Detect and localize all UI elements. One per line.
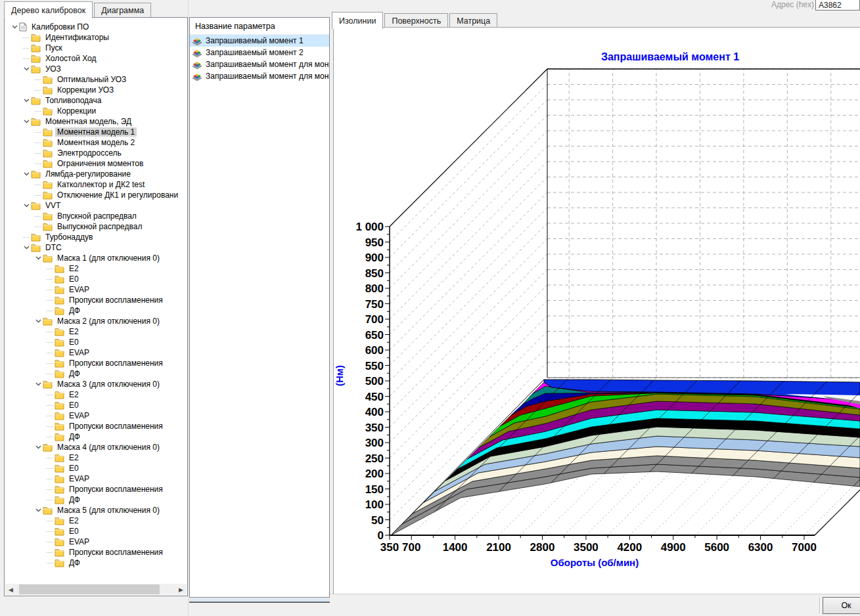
- tree-item[interactable]: Оптимальный УОЗ: [5, 74, 187, 85]
- scrollbar-thumb[interactable]: [19, 584, 160, 594]
- tree-item[interactable]: VVT: [5, 200, 187, 211]
- tree-item[interactable]: E2: [5, 389, 187, 400]
- parameter-label: Запрашиваемый момент для мони: [206, 60, 330, 69]
- tree-item-label: Пропуски воспламенения: [67, 548, 165, 557]
- folder-icon: [43, 380, 53, 389]
- tree-item[interactable]: ДФ: [5, 368, 187, 379]
- tree-item[interactable]: Маска 3 (для отключения 0): [5, 379, 187, 389]
- tree-item[interactable]: EVAP: [5, 284, 187, 295]
- tree-item-label: ДФ: [67, 558, 82, 567]
- folder-icon: [55, 464, 64, 473]
- tree-item[interactable]: Калибровки ПО: [5, 22, 187, 32]
- tree-item[interactable]: E0: [5, 400, 187, 410]
- expand-chevron-icon[interactable]: [35, 319, 41, 323]
- tree-item[interactable]: E0: [5, 526, 187, 537]
- folder-icon: [43, 506, 53, 515]
- tree-item[interactable]: Лямбда-регулирование: [5, 169, 187, 179]
- expand-chevron-icon[interactable]: [24, 99, 30, 102]
- tree-item[interactable]: E2: [5, 516, 187, 526]
- tab-tree[interactable]: Дерево калибровок: [4, 1, 93, 18]
- tree-item[interactable]: Впускной распредвал: [5, 211, 187, 221]
- tree-item[interactable]: Катколлектор и ДК2 test: [5, 179, 187, 190]
- x-axis-title: Обороты (об/мин): [551, 557, 639, 568]
- tree-guide-line: [47, 405, 53, 406]
- tree-item[interactable]: Моментная модель 2: [5, 137, 187, 148]
- expand-chevron-icon[interactable]: [35, 445, 41, 449]
- expand-chevron-icon[interactable]: [35, 256, 41, 260]
- expand-chevron-icon[interactable]: [24, 246, 30, 250]
- tree-item[interactable]: ДФ: [5, 558, 187, 568]
- folder-icon: [43, 212, 53, 221]
- calibration-tree[interactable]: Калибровки ПОИдентификаторыПускХолостой …: [4, 17, 188, 596]
- tree-item[interactable]: Пропуски воспламенения: [5, 547, 187, 558]
- expand-chevron-icon[interactable]: [12, 25, 18, 29]
- tree-item[interactable]: Выпускной распредвал: [5, 221, 187, 232]
- tree-item[interactable]: Холостой Ход: [5, 53, 187, 64]
- parameter-label: Запрашиваемый момент 2: [206, 48, 304, 57]
- tree-item[interactable]: Пропуски воспламенения: [5, 421, 187, 431]
- parameter-list-item[interactable]: Запрашиваемый момент 1: [190, 35, 329, 47]
- tree-item[interactable]: EVAP: [5, 537, 187, 547]
- tree-item[interactable]: Отключение ДК1 и регулировани: [5, 190, 187, 200]
- tree-item[interactable]: DTC: [5, 242, 187, 253]
- ok-button[interactable]: Ок: [823, 597, 860, 614]
- scroll-left-arrow[interactable]: ◀: [5, 584, 16, 595]
- expand-chevron-icon[interactable]: [24, 204, 30, 208]
- tab-diagram[interactable]: Диаграмма: [94, 3, 151, 18]
- tree-item[interactable]: УОЗ: [5, 64, 187, 74]
- tree-item[interactable]: Пропуски воспламенения: [5, 358, 187, 368]
- tree-item[interactable]: ДФ: [5, 495, 187, 505]
- tree-item[interactable]: EVAP: [5, 410, 187, 421]
- folder-icon: [31, 244, 41, 252]
- tree-item[interactable]: Коррекции: [5, 106, 187, 116]
- tree-item[interactable]: Топливоподача: [5, 95, 187, 106]
- expand-chevron-icon[interactable]: [35, 508, 41, 512]
- parameter-list-item[interactable]: Запрашиваемый момент 2: [190, 47, 329, 58]
- tree-item[interactable]: E0: [5, 274, 187, 284]
- tree-item[interactable]: ДФ: [5, 305, 187, 316]
- expand-chevron-icon[interactable]: [35, 382, 41, 386]
- tree-item[interactable]: EVAP: [5, 473, 187, 484]
- tree-item[interactable]: Электродроссель: [5, 148, 187, 158]
- tree-item[interactable]: E2: [5, 263, 187, 274]
- tree-item[interactable]: Моментная модель 1: [5, 127, 187, 137]
- tree-item[interactable]: E0: [5, 463, 187, 473]
- tree-item[interactable]: Моментная модель, ЭД: [5, 116, 187, 127]
- tree-guide-line: [47, 489, 53, 490]
- tree-item[interactable]: Маска 1 (для отключения 0): [5, 253, 187, 263]
- z-axis-tick-label: 300: [365, 437, 384, 449]
- torque-surface-chart: 0501001502002503003504004505005506006507…: [334, 28, 860, 594]
- tree-guide-line: [47, 479, 53, 479]
- parameter-list-item[interactable]: Запрашиваемый момент для мони: [190, 70, 329, 82]
- tree-item-label: ДФ: [67, 432, 82, 441]
- tree-item[interactable]: Маска 4 (для отключения 0): [5, 442, 187, 452]
- tree-item[interactable]: Коррекции УОЗ: [5, 85, 187, 95]
- tree-item[interactable]: Ограничения моментов: [5, 158, 187, 169]
- tree-horizontal-scrollbar[interactable]: ◀ ▶: [5, 584, 187, 595]
- scroll-right-arrow[interactable]: ▶: [175, 584, 187, 595]
- tree-item[interactable]: Турбонаддув: [5, 232, 187, 242]
- tree-item[interactable]: Маска 5 (для отключения 0): [5, 505, 187, 516]
- tree-item[interactable]: E2: [5, 452, 187, 463]
- tree-item[interactable]: ДФ: [5, 431, 187, 442]
- tree-item[interactable]: Идентификаторы: [5, 32, 187, 43]
- parameter-list-header: Название параметра: [190, 18, 329, 35]
- tree-item[interactable]: Пропуски воспламенения: [5, 484, 187, 495]
- tree-item[interactable]: Пуск: [5, 43, 187, 53]
- folder-icon: [55, 349, 64, 357]
- address-input[interactable]: [815, 0, 860, 11]
- expand-chevron-icon[interactable]: [24, 120, 30, 123]
- tree-item[interactable]: E0: [5, 337, 187, 347]
- expand-chevron-icon[interactable]: [24, 172, 30, 176]
- folder-icon: [55, 538, 64, 546]
- z-axis-tick-label: 450: [365, 391, 384, 403]
- tree-item[interactable]: E2: [5, 326, 187, 337]
- tree-item[interactable]: EVAP: [5, 347, 187, 358]
- expand-chevron-icon[interactable]: [24, 67, 30, 71]
- parameter-list-item[interactable]: Запрашиваемый момент для мони: [190, 58, 329, 70]
- tree-item-label: ДФ: [67, 495, 82, 504]
- tree-item-label: УОЗ: [43, 64, 63, 74]
- tree-item[interactable]: Пропуски воспламенения: [5, 295, 187, 305]
- tab-isolines[interactable]: Изолинии: [332, 12, 383, 29]
- tree-item[interactable]: Маска 2 (для отключения 0): [5, 316, 187, 326]
